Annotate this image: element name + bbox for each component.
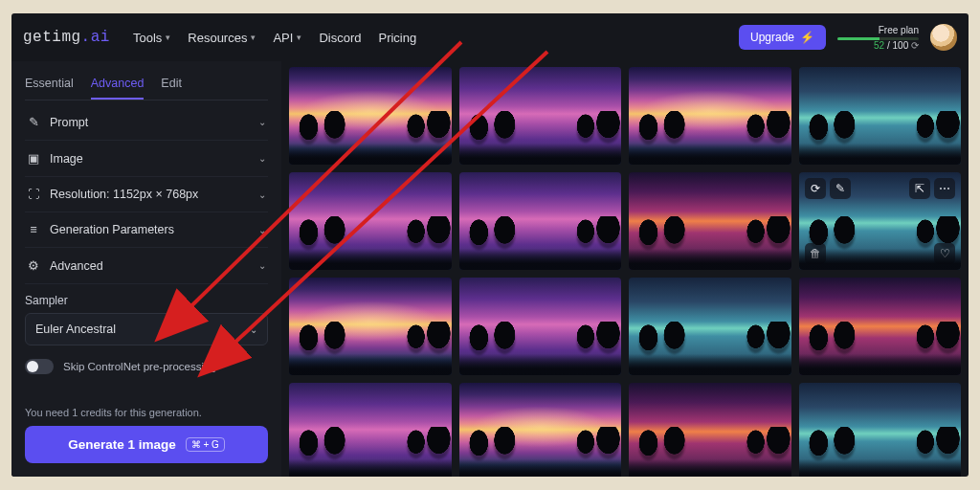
app-window: getimg.ai Tools▾ Resources▾ API▾ Discord… (11, 13, 969, 477)
upgrade-button[interactable]: Upgrade ⚡ (739, 25, 826, 50)
resize-icon: ⛶ (27, 188, 40, 201)
acc-advanced-label: Advanced (50, 259, 103, 273)
nav-api[interactable]: API▾ (273, 31, 301, 45)
acc-genparams-label: Generation Parameters (50, 223, 174, 236)
thumb[interactable] (289, 278, 452, 375)
logo[interactable]: getimg.ai (23, 29, 110, 46)
sliders-icon: ≡ (27, 223, 40, 236)
thumb[interactable] (799, 383, 962, 477)
pencil-icon: ✎ (27, 115, 40, 129)
bolt-icon: ⚡ (800, 31, 814, 44)
sidebar: Essential Advanced Edit ✎ Prompt ⌄ ▣ Ima… (11, 61, 281, 477)
nav-api-label: API (273, 31, 293, 45)
acc-resolution-label: Resolution: 1152px × 768px (50, 188, 198, 201)
thumb[interactable] (799, 278, 962, 375)
nav-discord[interactable]: Discord (319, 31, 361, 45)
thumb[interactable] (629, 278, 791, 375)
generate-button[interactable]: Generate 1 image ⌘ + G (25, 426, 268, 463)
upscale-icon[interactable]: ⇱ (909, 178, 930, 199)
sidebar-tabs: Essential Advanced Edit (25, 69, 268, 100)
tab-edit[interactable]: Edit (161, 69, 182, 100)
sidebar-footer: You need 1 credits for this generation. … (25, 395, 268, 463)
thumb[interactable] (459, 383, 622, 477)
thumb[interactable] (289, 67, 452, 165)
image-icon: ▣ (27, 151, 40, 166)
delete-icon[interactable]: 🗑 (805, 243, 826, 264)
toggle-skip-controlnet[interactable] (25, 359, 54, 374)
thumb-overlay: ⟳ ✎ ⇱ ⋯ 🗑 ♡ (799, 172, 962, 270)
thumb[interactable] (459, 67, 622, 165)
nav: Tools▾ Resources▾ API▾ Discord Pricing (133, 31, 416, 45)
nav-pricing[interactable]: Pricing (378, 31, 416, 45)
plan-label: Free plan (837, 25, 919, 35)
more-icon[interactable]: ⋯ (934, 178, 955, 199)
heart-icon[interactable]: ♡ (934, 243, 955, 264)
nav-tools-label: Tools (133, 31, 162, 45)
thumb[interactable] (459, 278, 622, 375)
edit-icon[interactable]: ✎ (830, 178, 851, 199)
credits-sep: / (884, 40, 892, 51)
acc-advanced[interactable]: ⚙ Advanced ⌄ (25, 248, 268, 284)
generate-shortcut: ⌘ + G (186, 437, 225, 452)
acc-image-label: Image (50, 152, 83, 166)
chevron-down-icon: ⌄ (258, 225, 266, 235)
plan-count: 52 / 100 ⟳ (837, 40, 919, 51)
main: Essential Advanced Edit ✎ Prompt ⌄ ▣ Ima… (11, 61, 969, 477)
nav-resources-label: Resources (188, 31, 247, 45)
chevron-down-icon: ▾ (251, 33, 256, 42)
thumb-hover[interactable]: ⟳ ✎ ⇱ ⋯ 🗑 ♡ (799, 172, 962, 270)
thumb[interactable] (459, 172, 622, 270)
gallery-grid: ⟳ ✎ ⇱ ⋯ 🗑 ♡ (289, 67, 961, 477)
credits-total: 100 (893, 40, 909, 51)
toggle-knob (27, 361, 38, 372)
reuse-icon[interactable]: ⟳ (805, 178, 826, 199)
nav-resources[interactable]: Resources▾ (188, 31, 256, 45)
chevron-down-icon: ⌄ (250, 324, 257, 335)
toggle-skip-controlnet-label: Skip ControlNet pre-processing (63, 361, 216, 372)
acc-genparams[interactable]: ≡ Generation Parameters ⌄ (25, 212, 268, 248)
logo-dot: . (81, 29, 91, 46)
nav-discord-label: Discord (319, 31, 361, 45)
thumb[interactable] (799, 67, 962, 165)
header: getimg.ai Tools▾ Resources▾ API▾ Discord… (11, 13, 969, 61)
sampler-label: Sampler (25, 294, 268, 307)
acc-image[interactable]: ▣ Image ⌄ (25, 141, 268, 177)
nav-tools[interactable]: Tools▾ (133, 31, 170, 45)
chevron-down-icon: ⌄ (258, 189, 266, 200)
upgrade-label: Upgrade (750, 31, 794, 44)
acc-prompt-label: Prompt (50, 116, 88, 129)
thumb[interactable] (629, 67, 791, 165)
credits-note: You need 1 credits for this generation. (25, 407, 268, 418)
avatar[interactable] (930, 24, 957, 51)
thumb[interactable] (629, 383, 791, 477)
sampler-value: Euler Ancestral (35, 323, 116, 336)
gallery: ⟳ ✎ ⇱ ⋯ 🗑 ♡ (281, 61, 969, 477)
credits-used: 52 (874, 40, 884, 51)
chevron-down-icon: ▾ (166, 33, 170, 42)
acc-prompt[interactable]: ✎ Prompt ⌄ (25, 104, 268, 141)
chevron-down-icon: ▾ (297, 33, 301, 42)
tab-essential[interactable]: Essential (25, 69, 74, 100)
sampler-select[interactable]: Euler Ancestral ⌄ (25, 313, 268, 345)
tab-advanced[interactable]: Advanced (91, 69, 145, 100)
acc-resolution[interactable]: ⛶ Resolution: 1152px × 768px ⌄ (25, 177, 268, 212)
logo-text-b: ai (91, 29, 110, 46)
chevron-down-icon: ⌄ (258, 260, 266, 271)
plan-meter: Free plan 52 / 100 ⟳ (837, 25, 919, 51)
thumb[interactable] (289, 172, 452, 270)
header-right: Upgrade ⚡ Free plan 52 / 100 ⟳ (739, 24, 957, 51)
chevron-down-icon: ⌄ (258, 153, 266, 164)
thumb[interactable] (289, 383, 452, 477)
nav-pricing-label: Pricing (378, 31, 416, 45)
refresh-icon: ⟳ (911, 40, 919, 51)
thumb[interactable] (629, 172, 791, 270)
chevron-down-icon: ⌄ (258, 117, 266, 127)
gear-icon: ⚙ (27, 258, 40, 273)
logo-text-a: getimg (23, 29, 81, 46)
toggle-skip-controlnet-row: Skip ControlNet pre-processing (25, 359, 268, 374)
generate-label: Generate 1 image (68, 437, 176, 452)
